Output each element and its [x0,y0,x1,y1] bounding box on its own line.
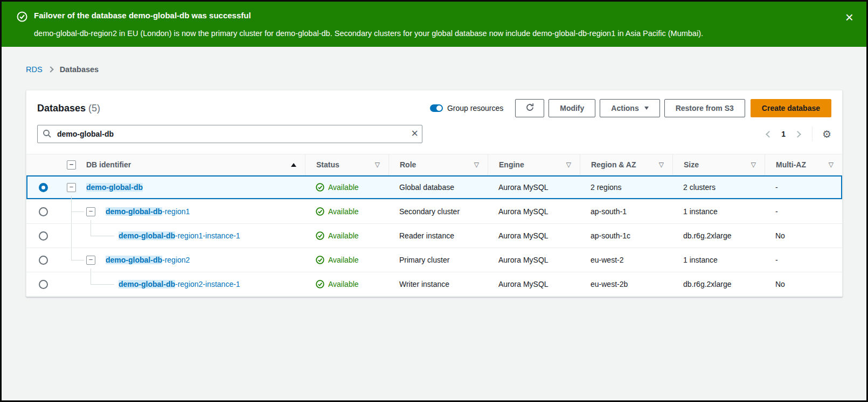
row-radio-button[interactable] [39,183,48,192]
header-radio-column [26,154,60,175]
chevron-right-icon [47,66,53,72]
multi-az-cell: No [765,224,842,248]
search-box: × [37,125,422,143]
db-identifier-link[interactable]: demo-global-db [86,183,143,192]
breadcrumb-current: Databases [60,65,99,74]
status-cell: Available [305,248,388,272]
size-cell: 1 instance [672,200,765,223]
size-cell: 2 clusters [672,175,765,199]
tree-connector [71,211,84,212]
size-cell: db.r6g.2xlarge [672,224,765,248]
multi-az-cell: - [765,200,842,223]
databases-table: − DB identifier Status▽ Role▽ Engine▽ Re… [26,154,842,297]
role-cell: Global database [388,175,488,199]
toggle-on-icon[interactable] [430,104,443,112]
page-title: Databases (5) [37,103,100,114]
search-input[interactable] [37,125,422,143]
column-header-status[interactable]: Status▽ [305,154,388,175]
column-header-region-az[interactable]: Region & AZ▽ [580,154,672,175]
available-check-icon [316,207,324,216]
resource-count: (5) [88,103,100,114]
region-az-cell: ap-south-1c [580,224,672,248]
tree-connector [91,224,91,236]
current-page[interactable]: 1 [781,130,786,138]
role-cell: Primary cluster [388,248,488,272]
group-resources-label: Group resources [447,104,503,112]
column-header-engine[interactable]: Engine▽ [488,154,580,175]
engine-cell: Aurora MySQL [488,224,580,248]
column-header-size[interactable]: Size▽ [672,154,765,175]
tree-connector [71,196,72,199]
row-radio-button[interactable] [39,280,48,289]
role-cell: Secondary cluster [388,200,488,223]
panel-header: Databases (5) Group resources Modify Act… [26,90,842,125]
db-identifier-link[interactable]: demo-global-db-region2 [106,256,190,264]
group-resources-toggle[interactable]: Group resources [430,104,503,112]
status-cell: Available [305,272,388,296]
available-check-icon [316,280,324,288]
breadcrumb: RDS Databases [26,65,866,74]
column-header-db-identifier[interactable]: − DB identifier [60,154,305,175]
tree-connector [91,220,91,223]
refresh-icon [525,103,534,114]
restore-from-s3-button[interactable]: Restore from S3 [664,99,745,117]
size-cell: db.r6g.2xlarge [672,272,765,296]
app-window: Failover of the database demo-global-db … [0,0,868,402]
status-text: Available [328,207,359,216]
success-check-icon [17,11,27,22]
collapse-row-icon[interactable]: − [86,256,95,265]
status-cell: Available [305,224,388,248]
breadcrumb-rds-link[interactable]: RDS [26,65,43,74]
magnifier-icon [43,129,52,138]
table-row[interactable]: − demo-global-db Available Global databa… [26,175,842,200]
actions-button[interactable]: Actions [600,99,659,117]
table-row[interactable]: − demo-global-db-region1 Available Secon… [26,200,842,224]
region-az-cell: eu-west-2 [580,248,672,272]
filter-row: × 1 ⚙ [26,125,842,154]
tree-connector [91,284,114,285]
sort-icon: ▽ [375,161,380,168]
sort-icon: ▽ [566,161,571,168]
collapse-all-icon[interactable]: − [67,160,76,170]
row-radio-button[interactable] [39,231,48,241]
row-radio-button[interactable] [39,256,48,265]
create-database-button[interactable]: Create database [751,99,831,117]
size-cell: 1 instance [672,248,765,272]
db-identifier-link[interactable]: demo-global-db-region1 [106,207,190,216]
modify-button[interactable]: Modify [548,99,595,117]
collapse-row-icon[interactable]: − [67,183,76,192]
table-row[interactable]: − demo-global-db-region2 Available Prima… [26,248,842,272]
db-identifier-link[interactable]: demo-global-db-region2-instance-1 [119,280,240,288]
region-az-cell: ap-south-1 [580,200,672,223]
tree-connector [91,269,91,272]
clear-search-icon[interactable]: × [411,126,418,140]
table-row[interactable]: demo-global-db-region2-instance-1 Availa… [26,272,842,297]
role-cell: Reader instance [388,224,488,248]
previous-page-icon[interactable] [766,131,773,138]
tree-connector [71,248,72,260]
table-row[interactable]: demo-global-db-region1-instance-1 Availa… [26,224,842,248]
next-page-icon[interactable] [794,131,801,138]
gear-icon[interactable]: ⚙ [822,129,831,139]
caret-down-icon [644,107,649,110]
engine-cell: Aurora MySQL [488,200,580,223]
status-text: Available [328,183,359,192]
available-check-icon [316,183,324,192]
column-header-role[interactable]: Role▽ [388,154,488,175]
refresh-button[interactable] [515,99,544,117]
tree-connector [71,260,84,260]
engine-cell: Aurora MySQL [488,248,580,272]
role-cell: Writer instance [388,272,488,296]
tree-connector [91,236,114,236]
region-az-cell: 2 regions [580,175,672,199]
column-header-multi-az[interactable]: Multi-AZ▽ [765,154,842,175]
sort-icon: ▽ [659,161,664,168]
row-radio-button[interactable] [39,207,48,216]
db-identifier-link[interactable]: demo-global-db-region1-instance-1 [119,231,240,240]
banner-close-icon[interactable]: × [845,11,853,23]
databases-panel: Databases (5) Group resources Modify Act… [26,90,843,297]
engine-cell: Aurora MySQL [488,175,580,199]
collapse-row-icon[interactable]: − [86,207,95,216]
status-cell: Available [305,175,388,199]
tree-connector [91,272,91,284]
